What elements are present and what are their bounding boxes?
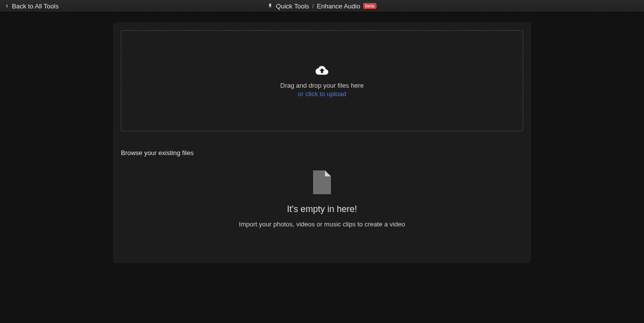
breadcrumb-current: Enhance Audio xyxy=(317,2,360,10)
topbar: Back to All Tools Quick Tools / Enhance … xyxy=(0,0,644,12)
breadcrumb: Quick Tools / Enhance Audio beta xyxy=(268,2,376,10)
dropzone-click-link[interactable]: or click to upload xyxy=(298,90,346,98)
beta-badge: beta xyxy=(363,3,376,9)
dropzone-primary-text: Drag and drop your files here xyxy=(280,82,364,89)
back-label: Back to All Tools xyxy=(12,2,58,10)
main-panel: Drag and drop your files here or click t… xyxy=(113,22,531,263)
breadcrumb-separator: / xyxy=(312,2,314,10)
upload-dropzone[interactable]: Drag and drop your files here or click t… xyxy=(121,30,523,131)
cloud-upload-icon xyxy=(314,64,330,77)
browse-heading: Browse your existing files xyxy=(121,149,523,157)
back-to-tools-link[interactable]: Back to All Tools xyxy=(4,2,58,10)
breadcrumb-root[interactable]: Quick Tools xyxy=(276,2,309,10)
bolt-icon xyxy=(268,2,273,9)
empty-state: It's empty in here! Import your photos, … xyxy=(121,170,523,228)
empty-subtitle: Import your photos, videos or music clip… xyxy=(239,220,405,228)
chevron-left-icon xyxy=(4,3,10,9)
file-icon xyxy=(313,170,331,194)
empty-title: It's empty in here! xyxy=(287,204,357,215)
